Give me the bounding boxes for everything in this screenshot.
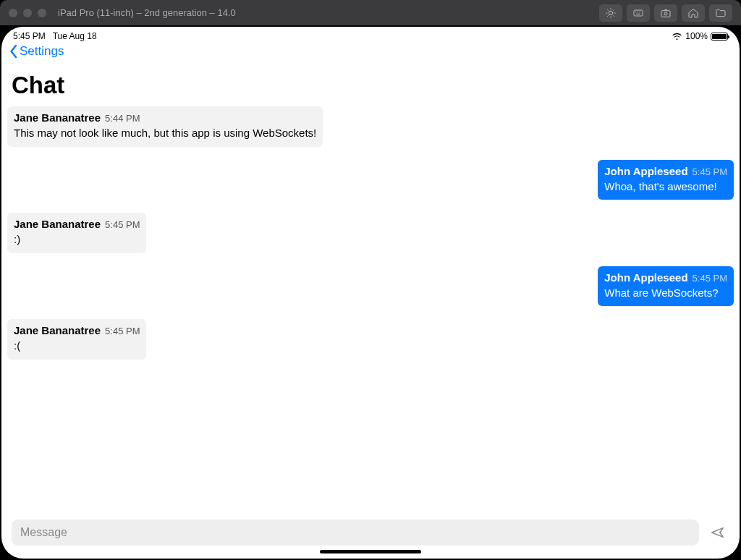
window-titlebar: iPad Pro (11-inch) – 2nd generation – 14… — [0, 0, 741, 25]
minimize-window-button[interactable] — [23, 9, 32, 17]
traffic-lights — [9, 9, 46, 17]
message-row: Jane Bananatree 5:45 PM :( — [7, 319, 734, 360]
message-list[interactable]: Jane Bananatree 5:44 PM This may not loo… — [1, 106, 740, 511]
wifi-icon — [672, 33, 682, 41]
message-text: Whoa, that's awesome! — [604, 179, 727, 194]
status-bar: 5:45 PM Tue Aug 18 100% — [1, 27, 740, 41]
message-input[interactable] — [12, 519, 699, 546]
message-row: John Appleseed 5:45 PM Whoa, that's awes… — [7, 160, 734, 200]
battery-percent: 100% — [685, 31, 708, 41]
back-button[interactable]: Settings — [9, 44, 64, 59]
message-text: This may not look like much, but this ap… — [14, 126, 316, 140]
back-label: Settings — [20, 44, 64, 59]
svg-line-7 — [607, 15, 608, 16]
message-bubble: Jane Bananatree 5:44 PM This may not loo… — [7, 106, 323, 147]
folder-icon[interactable] — [709, 4, 732, 22]
status-date: Tue Aug 18 — [53, 31, 97, 41]
message-time: 5:45 PM — [693, 166, 727, 179]
message-sender: Jane Bananatree — [14, 323, 101, 338]
message-time: 5:45 PM — [105, 325, 140, 338]
message-sender: John Appleseed — [604, 271, 687, 285]
message-row: Jane Bananatree 5:45 PM :) — [7, 213, 734, 253]
message-bubble: John Appleseed 5:45 PM What are WebSocke… — [598, 266, 734, 307]
message-sender: Jane Bananatree — [14, 217, 101, 232]
simulator-window: iPad Pro (11-inch) – 2nd generation – 14… — [0, 0, 741, 560]
screenshot-icon[interactable] — [654, 4, 677, 22]
message-bubble: Jane Bananatree 5:45 PM :( — [7, 319, 146, 360]
svg-point-0 — [609, 11, 612, 14]
message-row: John Appleseed 5:45 PM What are WebSocke… — [7, 266, 734, 307]
message-sender: John Appleseed — [604, 164, 687, 179]
home-icon[interactable] — [682, 4, 705, 22]
home-indicator[interactable] — [320, 550, 421, 553]
brightness-icon[interactable] — [599, 4, 622, 22]
device-frame: 5:45 PM Tue Aug 18 100% Settings Chat — [0, 25, 741, 560]
message-time: 5:44 PM — [105, 112, 140, 125]
message-row: Jane Bananatree 5:44 PM This may not loo… — [7, 106, 734, 147]
message-text: :) — [14, 232, 140, 247]
window-title: iPad Pro (11-inch) – 2nd generation – 14… — [58, 7, 593, 18]
close-window-button[interactable] — [9, 9, 17, 17]
chevron-left-icon — [9, 44, 18, 59]
svg-line-5 — [607, 9, 608, 10]
device-screen: 5:45 PM Tue Aug 18 100% Settings Chat — [1, 27, 740, 559]
toolbar-icons — [599, 4, 732, 22]
message-text: :( — [14, 339, 140, 353]
message-text: What are WebSockets? — [604, 286, 727, 300]
message-time: 5:45 PM — [105, 219, 140, 232]
message-bubble: Jane Bananatree 5:45 PM :) — [7, 213, 146, 253]
svg-rect-14 — [661, 10, 670, 17]
svg-rect-9 — [634, 10, 643, 16]
svg-line-8 — [613, 9, 614, 10]
nav-bar: Settings — [1, 41, 740, 61]
page-title: Chat — [1, 61, 740, 106]
share-icon — [710, 525, 726, 540]
message-time: 5:45 PM — [693, 272, 727, 285]
battery-icon — [711, 33, 728, 41]
zoom-window-button[interactable] — [38, 9, 46, 17]
message-sender: Jane Bananatree — [14, 111, 101, 125]
svg-line-6 — [613, 15, 614, 16]
svg-point-15 — [664, 12, 667, 15]
status-time: 5:45 PM — [13, 31, 46, 41]
send-button[interactable] — [706, 521, 729, 544]
message-bubble: John Appleseed 5:45 PM Whoa, that's awes… — [598, 160, 734, 200]
keyboard-icon[interactable] — [627, 4, 650, 22]
